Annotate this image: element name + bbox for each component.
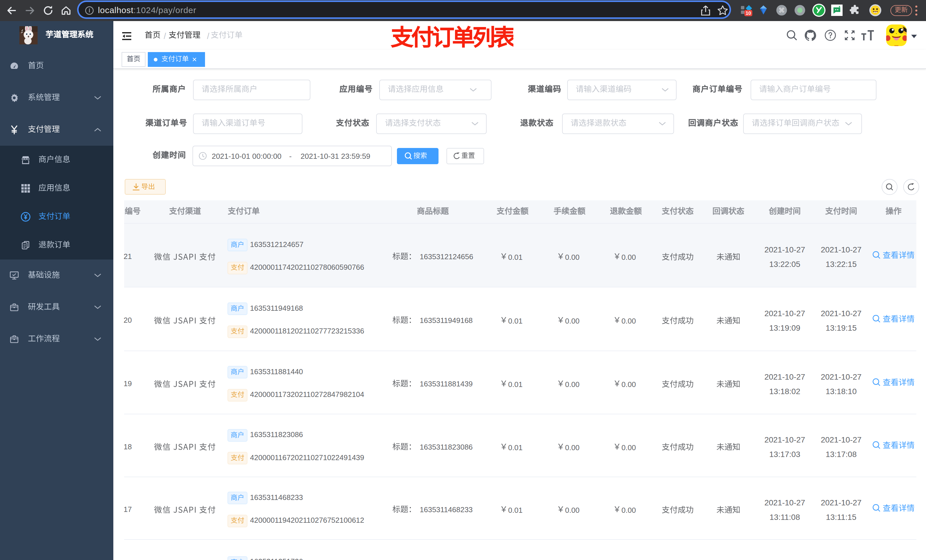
- svg-text:10: 10: [746, 10, 751, 16]
- svg-text:⌘: ⌘: [779, 7, 785, 14]
